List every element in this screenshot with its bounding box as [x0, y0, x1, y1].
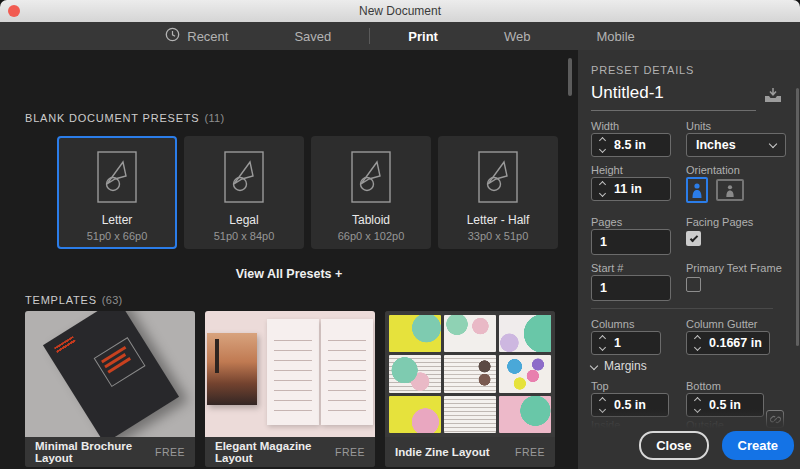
margin-top-stepper[interactable] [592, 396, 607, 414]
dialog-actions: Close Create [639, 431, 794, 460]
preset-name: Letter [102, 213, 133, 227]
preset-card-row: Letter 51p0 x 66p0 Legal 51p0 x 84p0 Tab… [57, 136, 558, 249]
name-field-underline [591, 110, 756, 111]
close-traffic-light-button[interactable] [8, 5, 20, 17]
columns-control [591, 331, 661, 355]
tab-label: Saved [294, 29, 331, 44]
margin-top-control [591, 393, 669, 417]
preset-card-letter[interactable]: Letter 51p0 x 66p0 [57, 136, 177, 249]
preset-dimensions: 51p0 x 66p0 [87, 230, 148, 242]
primary-text-frame-label: Primary Text Frame [686, 262, 782, 274]
save-preset-icon[interactable] [764, 88, 782, 107]
width-stepper[interactable] [592, 136, 607, 154]
tab-mobile[interactable]: Mobile [592, 22, 638, 50]
units-label: Units [686, 120, 711, 132]
units-value: Inches [696, 138, 736, 152]
facing-pages-label: Facing Pages [686, 216, 753, 228]
left-pane-scrollbar[interactable] [568, 58, 572, 96]
preset-details-panel: PRESET DETAILS Untitled-1 Width Units In… [578, 50, 800, 469]
margin-bottom-input[interactable] [702, 398, 763, 412]
width-control [591, 133, 671, 157]
template-label-bar: Indie Zine Layout FREE [385, 437, 555, 467]
template-free-badge: FREE [155, 446, 185, 458]
presets-count: (11) [204, 112, 224, 124]
close-button[interactable]: Close [639, 431, 708, 460]
template-card-elegant-magazine[interactable]: Elegant Magazine Layout FREE [205, 311, 375, 467]
height-label: Height [591, 164, 623, 176]
right-panel-scrollbar[interactable] [796, 88, 799, 346]
templates-count: (63) [102, 294, 123, 306]
tab-print[interactable]: Print [404, 22, 442, 50]
width-input[interactable] [607, 138, 670, 152]
margins-section-toggle[interactable]: Margins [591, 359, 647, 373]
content-pane: BLANK DOCUMENT PRESETS(11) Letter 51p0 x… [0, 50, 578, 469]
presets-section-header: BLANK DOCUMENT PRESETS(11) [25, 112, 224, 124]
document-name-field[interactable]: Untitled-1 [591, 83, 664, 103]
facing-pages-checkbox[interactable] [686, 231, 701, 246]
preset-card-tabloid[interactable]: Tabloid 66p0 x 102p0 [311, 136, 431, 249]
margin-top-input[interactable] [607, 398, 668, 412]
view-all-presets-button[interactable]: View All Presets + [0, 267, 578, 281]
tab-web[interactable]: Web [500, 22, 535, 50]
margin-outside-label: Outside [686, 419, 724, 431]
start-number-input[interactable] [591, 275, 671, 301]
preset-details-title: PRESET DETAILS [591, 64, 694, 76]
column-gutter-stepper[interactable] [687, 334, 702, 352]
window-title: New Document [359, 4, 441, 18]
template-name: Indie Zine Layout [395, 446, 490, 458]
clock-icon [165, 27, 180, 45]
pages-label: Pages [591, 216, 622, 228]
template-card-indie-zine[interactable]: Indie Zine Layout FREE [385, 311, 555, 467]
blank-document-icon [97, 151, 137, 207]
preset-dimensions: 33p0 x 51p0 [468, 230, 529, 242]
window-titlebar: New Document [0, 0, 800, 22]
columns-stepper[interactable] [592, 334, 607, 352]
preset-dimensions: 51p0 x 84p0 [214, 230, 275, 242]
templates-section-header: TEMPLATES(63) [25, 294, 123, 306]
preset-card-legal[interactable]: Legal 51p0 x 84p0 [184, 136, 304, 249]
tab-saved[interactable]: Saved [290, 22, 335, 50]
column-gutter-input[interactable] [702, 336, 769, 350]
margin-inside-label: Inside [591, 419, 620, 431]
preset-dimensions: 66p0 x 102p0 [338, 230, 405, 242]
width-label: Width [591, 120, 619, 132]
tab-label: Recent [187, 29, 228, 44]
margin-bottom-label: Bottom [686, 380, 721, 392]
margin-bottom-stepper[interactable] [687, 396, 702, 414]
margins-label: Margins [604, 359, 647, 373]
template-label-bar: Minimal Brochure Layout FREE [25, 437, 195, 467]
blank-document-icon [351, 151, 391, 207]
section-divider [591, 308, 773, 309]
check-icon [689, 233, 697, 241]
template-label-bar: Elegant Magazine Layout FREE [205, 437, 375, 467]
units-dropdown[interactable]: Inches [686, 133, 786, 157]
template-card-minimal-brochure[interactable]: Minimal Brochure Layout FREE [25, 311, 195, 467]
primary-text-frame-checkbox[interactable] [686, 277, 701, 292]
preset-name: Tabloid [352, 213, 390, 227]
landscape-person-icon [725, 184, 735, 197]
margin-top-label: Top [591, 380, 609, 392]
preset-name: Letter - Half [467, 213, 530, 227]
link-margins-icon[interactable] [766, 410, 784, 428]
start-number-label: Start # [591, 262, 623, 274]
column-gutter-control [686, 331, 770, 355]
tab-label: Web [504, 29, 531, 44]
template-thumbnail [25, 311, 195, 437]
orientation-label: Orientation [686, 164, 740, 176]
pages-input[interactable] [591, 229, 671, 255]
preset-card-letter-half[interactable]: Letter - Half 33p0 x 51p0 [438, 136, 558, 249]
chevron-down-icon [769, 139, 777, 147]
columns-label: Columns [591, 318, 634, 330]
template-free-badge: FREE [515, 446, 545, 458]
orientation-landscape-button[interactable] [716, 179, 744, 201]
margin-bottom-control [686, 393, 764, 417]
tab-recent[interactable]: Recent [161, 22, 232, 50]
tab-label: Print [408, 29, 438, 44]
template-free-badge: FREE [335, 446, 365, 458]
tab-label: Mobile [596, 29, 634, 44]
columns-input[interactable] [607, 336, 660, 350]
column-gutter-label: Column Gutter [686, 318, 758, 330]
orientation-portrait-button[interactable] [686, 177, 708, 203]
create-button[interactable]: Create [722, 431, 794, 460]
templates-title: TEMPLATES [25, 294, 97, 306]
